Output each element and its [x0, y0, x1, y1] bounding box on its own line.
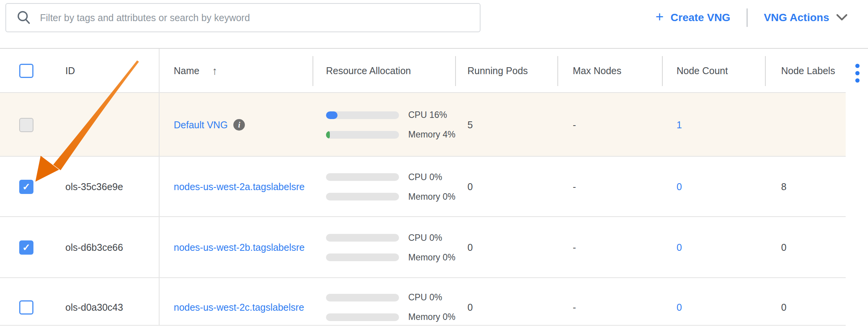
- memory-progress-bar: [326, 131, 399, 139]
- plus-icon: +: [655, 10, 663, 24]
- vng-name-link[interactable]: Default VNG: [174, 119, 228, 131]
- vng-id: ols-35c36e9e: [48, 181, 159, 192]
- node-count-link[interactable]: 1: [677, 119, 682, 130]
- running-pods-value: 0: [455, 181, 557, 192]
- vng-table: ID Name ↑ Resource Allocation Running Po…: [0, 48, 868, 326]
- info-icon[interactable]: i: [233, 119, 245, 131]
- vng-id: ols-d0a30c43: [48, 302, 159, 313]
- memory-label: Memory 0%: [408, 252, 456, 263]
- search-input[interactable]: [40, 12, 470, 23]
- column-header-node-labels[interactable]: Node Labels: [765, 65, 846, 76]
- chevron-down-icon: [836, 14, 848, 22]
- vng-actions-dropdown[interactable]: VNG Actions: [764, 12, 848, 24]
- sort-ascending-icon: ↑: [212, 65, 218, 77]
- checkmark-icon: ✓: [22, 242, 30, 253]
- table-header-row: ID Name ↑ Resource Allocation Running Po…: [0, 49, 868, 93]
- cpu-label: CPU 0%: [408, 172, 442, 182]
- create-vng-button[interactable]: + Create VNG: [655, 11, 730, 25]
- table-row: Default VNG i CPU 16% Memory 4%: [0, 93, 868, 157]
- running-pods-value: 5: [455, 119, 557, 131]
- running-pods-value: 0: [455, 302, 557, 313]
- select-all-checkbox[interactable]: [19, 64, 33, 78]
- kebab-menu-icon[interactable]: [846, 64, 860, 83]
- row-checkbox-checked[interactable]: ✓: [19, 240, 33, 255]
- memory-label: Memory 0%: [408, 312, 456, 322]
- checkmark-icon: ✓: [22, 181, 30, 192]
- table-row: ✓ ols-35c36e9e nodes-us-west-2a.tagslabe…: [0, 157, 868, 217]
- row-checkbox-disabled: [19, 118, 33, 132]
- column-header-max-nodes[interactable]: Max Nodes: [557, 65, 662, 76]
- search-icon: [16, 10, 32, 25]
- max-nodes-value: -: [557, 119, 662, 131]
- row-checkbox-unchecked[interactable]: [19, 300, 33, 315]
- cpu-progress-bar: [326, 234, 399, 242]
- column-header-resource-allocation[interactable]: Resource Allocation: [313, 65, 455, 76]
- memory-progress-bar: [326, 313, 399, 321]
- node-labels-value: 0: [765, 302, 846, 313]
- memory-progress-bar: [326, 193, 399, 200]
- create-vng-label: Create VNG: [670, 12, 730, 24]
- memory-label: Memory 0%: [408, 192, 456, 202]
- node-count-link[interactable]: 0: [677, 302, 682, 313]
- vng-name-link[interactable]: nodes-us-west-2a.tagslabelsre: [174, 181, 304, 192]
- vng-id: ols-d6b3ce66: [48, 242, 159, 253]
- cpu-label: CPU 16%: [408, 110, 447, 120]
- running-pods-value: 0: [455, 242, 557, 253]
- cpu-label: CPU 0%: [408, 233, 442, 243]
- max-nodes-value: -: [557, 181, 662, 192]
- max-nodes-value: -: [557, 242, 662, 253]
- memory-label: Memory 4%: [408, 129, 456, 140]
- column-header-name[interactable]: Name ↑: [159, 49, 313, 93]
- node-labels-value: 8: [765, 181, 846, 192]
- node-labels-value: 0: [765, 242, 846, 253]
- node-count-link[interactable]: 0: [677, 242, 682, 253]
- toolbar-actions: + Create VNG VNG Actions: [655, 7, 848, 28]
- node-count-link[interactable]: 0: [677, 181, 682, 192]
- cpu-progress-bar: [326, 111, 399, 119]
- cpu-progress-bar: [326, 294, 399, 301]
- column-header-id[interactable]: ID: [48, 65, 159, 76]
- vng-name-link[interactable]: nodes-us-west-2c.tagslabelsre: [174, 302, 304, 313]
- table-row: ols-d0a30c43 nodes-us-west-2c.tagslabels…: [0, 278, 868, 326]
- cpu-progress-bar: [326, 173, 399, 181]
- vng-actions-label: VNG Actions: [764, 12, 829, 24]
- vng-console-page: + Create VNG VNG Actions ID Name ↑ Resou…: [0, 0, 868, 328]
- max-nodes-value: -: [557, 302, 662, 313]
- filter-search-box[interactable]: [5, 3, 481, 32]
- vng-name-link[interactable]: nodes-us-west-2b.tagslabelsre: [174, 242, 304, 253]
- row-checkbox-checked[interactable]: ✓: [19, 180, 33, 194]
- column-header-node-count[interactable]: Node Count: [662, 65, 765, 76]
- toolbar-divider: [747, 8, 748, 27]
- cpu-label: CPU 0%: [408, 292, 442, 303]
- memory-progress-bar: [326, 253, 399, 261]
- column-header-running-pods[interactable]: Running Pods: [455, 65, 557, 76]
- table-row: ✓ ols-d6b3ce66 nodes-us-west-2b.tagslabe…: [0, 217, 868, 278]
